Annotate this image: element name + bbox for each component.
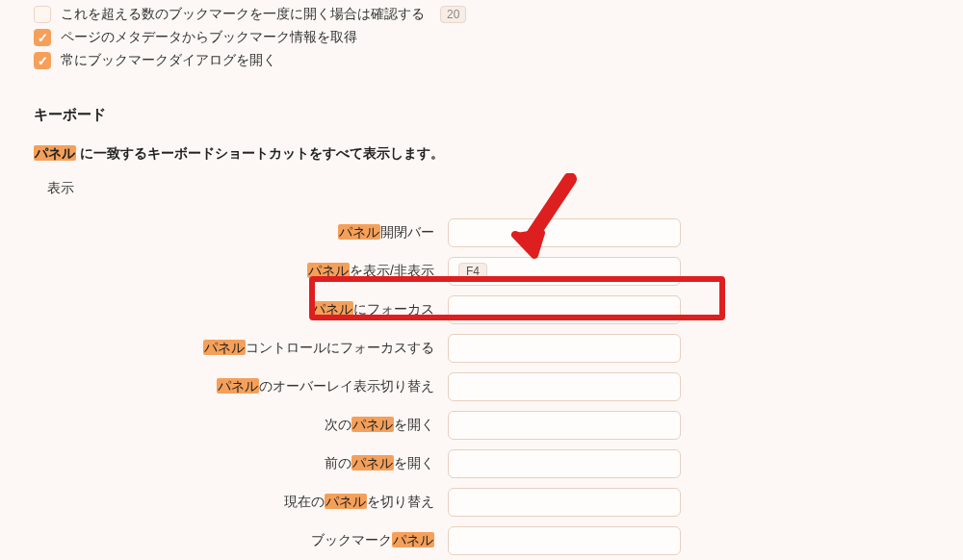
shortcut-row: パネル開閉バー <box>34 218 929 247</box>
shortcut-label-highlight: パネル <box>325 494 367 509</box>
shortcut-label-highlight: パネル <box>203 340 246 355</box>
checkbox-confirm-open[interactable] <box>34 6 51 23</box>
shortcut-input[interactable] <box>448 488 681 517</box>
shortcut-input[interactable] <box>448 372 681 401</box>
checkbox-confirm-open-label: これを超える数のブックマークを一度に開く場合は確認する <box>61 6 425 23</box>
confirm-open-count[interactable]: 20 <box>440 6 466 23</box>
shortcut-label-highlight: パネル <box>307 263 350 278</box>
shortcut-row: パネルにフォーカス <box>34 295 929 324</box>
shortcut-label-suffix: を開く <box>394 455 434 471</box>
shortcut-label-suffix: のオーバーレイ表示切り替え <box>259 378 434 394</box>
shortcut-label: パネルにフォーカス <box>34 301 448 318</box>
shortcut-label-prefix: ブックマーク <box>311 532 392 547</box>
shortcut-label-highlight: パネル <box>392 532 434 547</box>
shortcut-list: パネル開閉バーパネルを表示/非表示F4パネルにフォーカスパネルコントロールにフォ… <box>34 218 929 555</box>
shortcut-row: ブックマークパネル <box>34 526 929 555</box>
shortcut-label: 現在のパネルを切り替え <box>34 494 448 511</box>
shortcut-label-prefix: 前の <box>325 455 351 471</box>
shortcut-label-suffix: を表示/非表示 <box>350 263 434 278</box>
shortcut-row: 現在のパネルを切り替え <box>34 488 929 517</box>
shortcut-input[interactable] <box>448 449 681 478</box>
filter-highlight: パネル <box>34 145 76 161</box>
shortcut-label-suffix: 開閉バー <box>380 224 434 240</box>
checkbox-metadata[interactable] <box>34 29 51 46</box>
filter-suffix: に一致するキーボードショートカットをすべて表示します。 <box>76 145 444 161</box>
shortcut-input[interactable] <box>448 295 681 324</box>
shortcut-input[interactable] <box>448 334 681 363</box>
shortcut-key-chip: F4 <box>458 263 487 280</box>
shortcut-input[interactable] <box>448 526 681 555</box>
shortcut-input[interactable] <box>448 218 681 247</box>
shortcut-label: パネル開閉バー <box>34 224 448 242</box>
shortcut-row: 次のパネルを開く <box>34 411 929 440</box>
section-keyboard-title: キーボード <box>34 106 929 124</box>
shortcut-row: パネルのオーバーレイ表示切り替え <box>34 372 929 401</box>
shortcut-input[interactable]: F4 <box>448 257 681 286</box>
shortcut-input[interactable] <box>448 411 681 440</box>
shortcut-label-highlight: パネル <box>338 224 380 240</box>
shortcut-label-suffix: を開く <box>394 417 434 432</box>
shortcut-label-prefix: 現在の <box>284 494 325 509</box>
shortcut-label: 前のパネルを開く <box>34 455 448 472</box>
checkbox-always-dialog-label: 常にブックマークダイアログを開く <box>61 52 276 69</box>
shortcut-label-highlight: パネル <box>351 417 394 432</box>
checkbox-metadata-label: ページのメタデータからブックマーク情報を取得 <box>61 29 357 46</box>
shortcut-label: 次のパネルを開く <box>34 417 448 434</box>
shortcut-label-prefix: 次の <box>325 417 351 432</box>
shortcut-row: パネルコントロールにフォーカスする <box>34 334 929 363</box>
shortcut-label-highlight: パネル <box>351 455 394 471</box>
shortcut-label-suffix: を切り替え <box>367 494 434 509</box>
shortcut-label: ブックマークパネル <box>34 532 448 549</box>
checkbox-always-dialog[interactable] <box>34 52 51 69</box>
checkbox-metadata-row: ページのメタデータからブックマーク情報を取得 <box>34 29 929 46</box>
checkbox-always-dialog-row: 常にブックマークダイアログを開く <box>34 52 929 69</box>
shortcut-row: 前のパネルを開く <box>34 449 929 478</box>
shortcut-label-suffix: コントロールにフォーカスする <box>246 340 434 355</box>
shortcut-label-highlight: パネル <box>217 378 259 394</box>
shortcut-label: パネルを表示/非表示 <box>34 263 448 280</box>
checkbox-confirm-open-row: これを超える数のブックマークを一度に開く場合は確認する 20 <box>34 6 929 23</box>
shortcut-label: パネルのオーバーレイ表示切り替え <box>34 378 448 395</box>
subsection-display-title: 表示 <box>47 180 929 197</box>
filter-description: パネル に一致するキーボードショートカットをすべて表示します。 <box>34 145 929 163</box>
shortcut-label-highlight: パネル <box>311 301 353 317</box>
shortcut-label: パネルコントロールにフォーカスする <box>34 340 448 357</box>
shortcut-label-suffix: にフォーカス <box>353 301 434 317</box>
shortcut-row: パネルを表示/非表示F4 <box>34 257 929 286</box>
